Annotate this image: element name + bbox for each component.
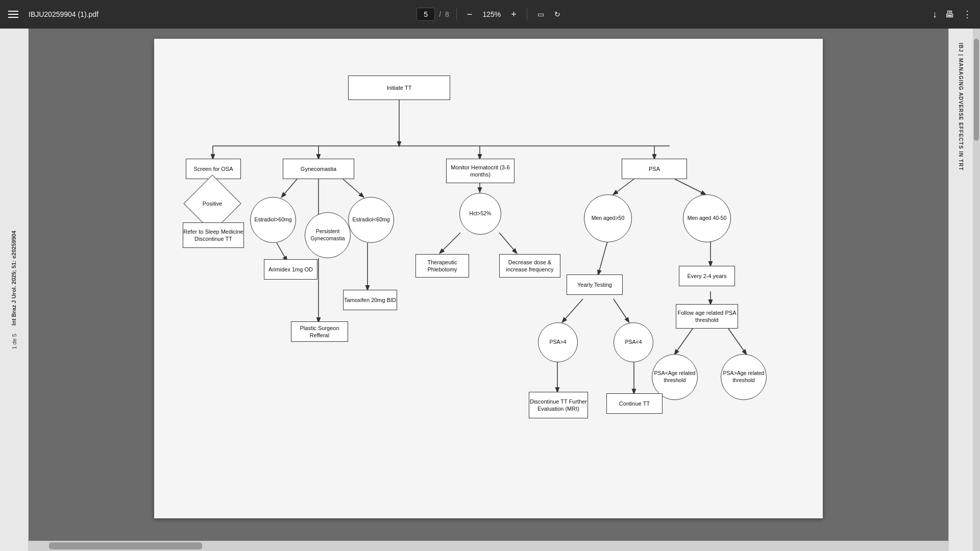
positive-diamond: Positive bbox=[191, 187, 234, 220]
follow-psa-node: Follow age related PSA threshold bbox=[676, 304, 738, 329]
svg-line-23 bbox=[614, 299, 629, 322]
yearly-testing-node: Yearly Testing bbox=[567, 274, 623, 295]
scroll-track[interactable] bbox=[973, 29, 980, 551]
every-2-4-node: Every 2-4 years bbox=[679, 266, 735, 286]
zoom-in-button[interactable]: + bbox=[508, 8, 520, 21]
continue-tt-node: Continue TT bbox=[606, 393, 663, 414]
svg-line-19 bbox=[598, 238, 608, 274]
arimidex-node: Arimidex 1mg OD bbox=[264, 259, 317, 280]
svg-line-10 bbox=[343, 179, 363, 197]
svg-line-24 bbox=[675, 329, 693, 354]
page-separator: / bbox=[439, 10, 441, 18]
men-aged-50-node: Men aged>50 bbox=[584, 194, 632, 242]
tamoxifen-node: Tamoxifen 20mg BID bbox=[343, 290, 397, 310]
current-page-input[interactable] bbox=[416, 8, 435, 21]
bottom-scrollbar[interactable] bbox=[29, 541, 948, 551]
svg-line-11 bbox=[277, 243, 287, 261]
estradiol-gt60-node: Estradiol>60mg bbox=[250, 197, 296, 243]
estradiol-lt60-node: Estradiol<60mg bbox=[348, 197, 394, 243]
filename: IBJU20259904 (1).pdf bbox=[29, 10, 99, 18]
print-button[interactable]: 🖶 bbox=[945, 9, 954, 20]
men-aged-40-50-node: Men aged 40-50 bbox=[683, 194, 731, 242]
bottom-scroll-thumb[interactable] bbox=[49, 542, 202, 549]
initiate-tt-node: Initiate TT bbox=[348, 76, 450, 100]
right-side-label: IBJ | MANAGING ADVERSE EFFECTS IN TRT bbox=[958, 43, 964, 171]
right-toolbar-icons: ↓ 🖶 ⋮ bbox=[933, 9, 972, 20]
fit-page-button[interactable]: ▭ bbox=[534, 9, 547, 19]
svg-line-8 bbox=[282, 179, 297, 197]
journal-citation: Int Braz J Urol. 2025; 51: e20259904 bbox=[10, 231, 17, 325]
psa-gt4-node: PSA>4 bbox=[538, 322, 578, 362]
psa-lt4-node: PSA<4 bbox=[614, 322, 653, 362]
page-info: 1 de 5 bbox=[11, 334, 17, 349]
total-pages: 8 bbox=[445, 10, 449, 18]
svg-line-22 bbox=[562, 299, 583, 322]
gynecomastia-node: Gynecomastia bbox=[283, 159, 354, 179]
rotate-button[interactable]: ↻ bbox=[551, 9, 564, 19]
right-sidebar: IBJ | MANAGING ADVERSE EFFECTS IN TRT bbox=[948, 29, 973, 551]
plastic-surgeon-node: Plastic Surgeon Refferal bbox=[291, 321, 348, 342]
divider2 bbox=[527, 8, 527, 20]
svg-line-25 bbox=[728, 329, 746, 354]
discontinue-tt-node: Discontinue TT Further Evaluation (MRI) bbox=[529, 392, 588, 418]
hct52-node: Hct>52% bbox=[459, 193, 501, 235]
download-button[interactable]: ↓ bbox=[933, 9, 937, 20]
menu-button[interactable] bbox=[8, 11, 18, 18]
decrease-dose-node: Decrease dose & increase frequency bbox=[499, 254, 560, 278]
psa-gt-age-node: PSA>Age related threshold bbox=[721, 354, 767, 400]
monitor-hct-node: Monitor Hematocrit (3-6 months) bbox=[446, 159, 514, 183]
svg-line-15 bbox=[440, 233, 460, 253]
scroll-thumb[interactable] bbox=[974, 39, 979, 141]
zoom-out-button[interactable]: − bbox=[464, 8, 476, 21]
pdf-area[interactable]: Initiate TT Screen for OSA Positive Refe… bbox=[29, 29, 948, 551]
toolbar: IBJU20259904 (1).pdf / 8 − 125% + ▭ ↻ ↓ … bbox=[0, 0, 980, 29]
side-label: Int Braz J Urol. 2025; 51: e20259904 1 d… bbox=[0, 29, 29, 551]
persistent-gyn-node: Persistent Gynecomastia bbox=[305, 212, 351, 258]
divider bbox=[456, 8, 457, 20]
svg-line-17 bbox=[614, 179, 634, 194]
psa-node: PSA bbox=[622, 159, 687, 179]
therapeutic-phlebotomy-node: Therapeutic Phlebotomy bbox=[415, 254, 469, 278]
svg-line-16 bbox=[499, 233, 517, 253]
page-navigation: / 8 − 125% + ▭ ↻ bbox=[416, 8, 564, 21]
refer-sleep-node: Refer to Sleep Medicine Discontinue TT bbox=[183, 222, 244, 248]
zoom-level: 125% bbox=[479, 10, 504, 18]
page-canvas: Initiate TT Screen for OSA Positive Refe… bbox=[154, 39, 823, 518]
more-options-button[interactable]: ⋮ bbox=[963, 9, 972, 20]
main-area: Int Braz J Urol. 2025; 51: e20259904 1 d… bbox=[0, 29, 980, 551]
svg-line-18 bbox=[675, 179, 705, 194]
